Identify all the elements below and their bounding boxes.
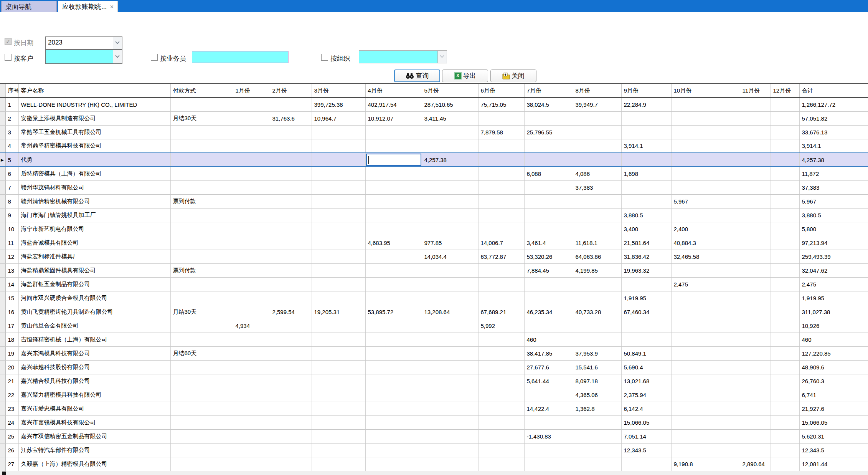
cell-month[interactable] xyxy=(740,415,771,429)
year-combobox[interactable]: 2023 xyxy=(45,36,122,50)
cell-month[interactable] xyxy=(621,111,671,125)
cell-month[interactable]: 1,698 xyxy=(621,167,671,180)
cell-month[interactable] xyxy=(740,346,771,360)
cell-month[interactable] xyxy=(524,111,573,125)
cell-month[interactable] xyxy=(365,291,422,305)
table-row[interactable]: 11海盐合诚模具有限公司4,683.95977.8514,006.73,461.… xyxy=(0,236,868,250)
cell-payment-method[interactable] xyxy=(170,250,233,263)
cell-month[interactable] xyxy=(478,333,524,346)
cell-month[interactable] xyxy=(671,374,740,388)
row-marker[interactable] xyxy=(0,360,5,374)
cell-month[interactable]: 4,683.95 xyxy=(365,236,422,250)
column-header[interactable]: 11月份 xyxy=(740,84,771,98)
cell-month[interactable] xyxy=(671,305,740,319)
cell-total[interactable]: 57,051.82 xyxy=(799,111,868,125)
table-row[interactable]: 16黄山飞黄精密齿轮刀具制造有限公司月结30天2,599.5419,205.31… xyxy=(0,305,868,319)
cell-month[interactable] xyxy=(233,388,270,402)
cell-month[interactable] xyxy=(312,291,365,305)
cell-row-number[interactable]: 5 xyxy=(5,153,18,167)
cell-month[interactable] xyxy=(365,415,422,429)
cell-month[interactable] xyxy=(478,415,524,429)
cell-month[interactable] xyxy=(740,319,771,333)
cell-total[interactable]: 1,266,127.72 xyxy=(799,98,868,111)
cell-month[interactable] xyxy=(740,98,771,111)
cell-month[interactable] xyxy=(312,443,365,457)
cell-row-number[interactable]: 1 xyxy=(5,98,18,111)
cell-total[interactable]: 48,909.6 xyxy=(799,360,868,374)
cell-total[interactable]: 37,383 xyxy=(799,180,868,194)
cell-month[interactable] xyxy=(771,250,799,263)
cell-month[interactable] xyxy=(671,208,740,222)
cell-month[interactable] xyxy=(233,305,270,319)
cell-payment-method[interactable]: 票到付款 xyxy=(170,194,233,208)
by-customer-checkbox[interactable] xyxy=(5,54,12,61)
row-marker[interactable] xyxy=(0,277,5,291)
cell-month[interactable] xyxy=(233,415,270,429)
cell-month[interactable] xyxy=(233,194,270,208)
cell-row-number[interactable]: 17 xyxy=(5,319,18,333)
table-row[interactable]: 10海宁市新艺机电有限公司3,4002,4005,800 xyxy=(0,222,868,236)
column-header[interactable]: 12月份 xyxy=(771,84,799,98)
cell-month[interactable] xyxy=(771,319,799,333)
cell-total[interactable]: 460 xyxy=(799,333,868,346)
column-header[interactable]: 8月份 xyxy=(573,84,621,98)
cell-customer-name[interactable]: 黄山伟旦合金有限公司 xyxy=(18,319,170,333)
row-marker[interactable]: ▶ xyxy=(0,153,5,167)
row-marker[interactable] xyxy=(0,222,5,236)
cell-month[interactable]: 38,024.5 xyxy=(524,98,573,111)
table-row[interactable]: 4常州鼎坚精密模具科技有限公司3,914.13,914.1 xyxy=(0,139,868,153)
table-row[interactable]: 20嘉兴菲越科技股份有限公司27,677.615,541.65,690.448,… xyxy=(0,360,868,374)
cell-month[interactable]: 2,375.94 xyxy=(621,388,671,402)
cell-month[interactable] xyxy=(771,333,799,346)
cell-month[interactable] xyxy=(233,402,270,415)
cell-month[interactable] xyxy=(270,457,312,471)
cell-row-number[interactable]: 20 xyxy=(5,360,18,374)
cell-month[interactable] xyxy=(478,194,524,208)
cell-month[interactable] xyxy=(740,429,771,443)
cell-month[interactable] xyxy=(422,208,478,222)
cell-month[interactable] xyxy=(524,194,573,208)
cell-total[interactable]: 12,081.44 xyxy=(799,457,868,471)
cell-month[interactable]: 10,912.07 xyxy=(365,111,422,125)
cell-month[interactable] xyxy=(573,443,621,457)
cell-month[interactable] xyxy=(771,125,799,139)
cell-month[interactable] xyxy=(740,263,771,277)
cell-month[interactable] xyxy=(270,180,312,194)
cell-month[interactable] xyxy=(671,167,740,180)
cell-customer-name[interactable]: 江苏宝特汽车部件有限公司 xyxy=(18,443,170,457)
cell-payment-method[interactable] xyxy=(170,429,233,443)
cell-month[interactable] xyxy=(233,291,270,305)
cell-payment-method[interactable] xyxy=(170,208,233,222)
cell-customer-name[interactable]: 安徽景上添模具制造有限公司 xyxy=(18,111,170,125)
row-marker[interactable] xyxy=(0,429,5,443)
cell-month[interactable]: 6,142.4 xyxy=(621,402,671,415)
cell-month[interactable] xyxy=(233,250,270,263)
cell-row-number[interactable]: 9 xyxy=(5,208,18,222)
cell-month[interactable] xyxy=(771,236,799,250)
cell-payment-method[interactable] xyxy=(170,333,233,346)
cell-month[interactable] xyxy=(312,277,365,291)
cell-month[interactable] xyxy=(573,333,621,346)
cell-row-number[interactable]: 6 xyxy=(5,167,18,180)
cell-month[interactable]: 8,097.18 xyxy=(573,374,621,388)
table-row[interactable]: 27久毅嘉（上海）精密模具有限公司9,190.82,890.6412,081.4… xyxy=(0,457,868,471)
table-row[interactable]: 17黄山伟旦合金有限公司4,9345,99210,926 xyxy=(0,319,868,333)
cell-month[interactable]: 4,199.85 xyxy=(573,263,621,277)
cell-month[interactable]: 3,914.1 xyxy=(621,139,671,153)
table-row[interactable]: 18吉恒锋精密机械（上海）有限公司460460 xyxy=(0,333,868,346)
cell-month[interactable] xyxy=(573,291,621,305)
row-marker[interactable] xyxy=(0,291,5,305)
table-row[interactable]: 9海门市海门镇管姚模具加工厂3,880.53,880.5 xyxy=(0,208,868,222)
cell-month[interactable] xyxy=(740,333,771,346)
export-button[interactable]: X 导出 xyxy=(442,70,488,82)
cell-month[interactable] xyxy=(573,457,621,471)
cell-month[interactable] xyxy=(771,222,799,236)
cell-month[interactable] xyxy=(478,429,524,443)
cell-month[interactable] xyxy=(740,374,771,388)
cell-month[interactable] xyxy=(422,125,478,139)
cell-month[interactable]: 287,510.65 xyxy=(422,98,478,111)
cell-month[interactable] xyxy=(524,180,573,194)
cell-month[interactable] xyxy=(422,194,478,208)
cell-month[interactable] xyxy=(365,346,422,360)
cell-month[interactable] xyxy=(422,277,478,291)
